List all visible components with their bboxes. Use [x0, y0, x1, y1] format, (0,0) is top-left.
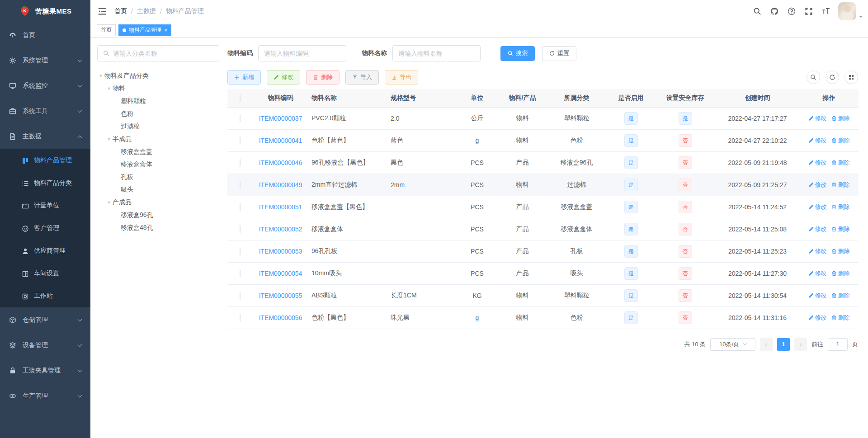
next-page-button[interactable]: ›: [794, 338, 807, 351]
page-size-select[interactable]: 10条/页: [710, 338, 755, 351]
sidebar-subitem-6[interactable]: 工作站: [0, 285, 90, 307]
tree-node-孔板[interactable]: 孔板: [97, 171, 219, 184]
row-delete-link[interactable]: 删除: [831, 114, 850, 122]
row-checkbox[interactable]: [240, 292, 241, 300]
row-edit-link[interactable]: 修改: [808, 314, 827, 322]
row-edit-link[interactable]: 修改: [808, 269, 827, 278]
material-code-link[interactable]: ITEM00000052: [259, 226, 302, 233]
close-icon[interactable]: ×: [164, 28, 167, 33]
reset-button[interactable]: 重置: [542, 46, 576, 61]
prev-page-button[interactable]: ‹: [760, 338, 773, 351]
app-logo[interactable]: K 苦糖果MES: [0, 0, 90, 23]
tree-node-移液盒48孔[interactable]: 移液盒48孔: [97, 221, 219, 234]
search-icon[interactable]: [749, 0, 766, 23]
tree-node-吸头[interactable]: 吸头: [97, 184, 219, 196]
tree-node-过滤棉[interactable]: 过滤棉: [97, 120, 219, 133]
caret-down-icon[interactable]: ▼: [97, 74, 104, 78]
edit-button[interactable]: 修改: [267, 70, 300, 85]
row-checkbox[interactable]: [240, 314, 241, 322]
tree-node-移液盒盒体[interactable]: 移液盒盒体: [97, 158, 219, 171]
material-code-link[interactable]: ITEM00000054: [259, 270, 302, 277]
row-checkbox[interactable]: [240, 181, 241, 189]
row-edit-link[interactable]: 修改: [808, 292, 827, 300]
row-edit-link[interactable]: 修改: [808, 247, 827, 255]
material-name-input[interactable]: [392, 45, 481, 61]
row-delete-link[interactable]: 删除: [831, 292, 850, 300]
material-code-link[interactable]: ITEM00000041: [259, 137, 302, 144]
sidebar-toggle-icon[interactable]: [97, 6, 107, 16]
row-checkbox[interactable]: [240, 269, 241, 278]
material-code-input[interactable]: [258, 45, 346, 61]
tree-search-input[interactable]: [113, 50, 213, 57]
caret-down-icon[interactable]: ▼: [105, 137, 113, 141]
row-delete-link[interactable]: 删除: [831, 314, 850, 322]
show-search-toggle-icon[interactable]: [807, 71, 820, 84]
row-edit-link[interactable]: 修改: [808, 181, 827, 189]
sidebar-subitem-2[interactable]: 计量单位: [0, 194, 90, 217]
caret-down-icon[interactable]: ▼: [105, 86, 113, 91]
row-checkbox[interactable]: [240, 203, 241, 211]
sidebar-subitem-4[interactable]: 供应商管理: [0, 240, 90, 262]
add-button[interactable]: 新增: [227, 70, 261, 85]
github-icon[interactable]: [766, 0, 783, 23]
material-code-link[interactable]: ITEM00000055: [259, 292, 302, 299]
material-code-link[interactable]: ITEM00000046: [259, 159, 302, 166]
sidebar-subitem-1[interactable]: 物料产品分类: [0, 172, 90, 194]
sidebar-item-2[interactable]: 系统监控: [0, 73, 90, 99]
tree-node-移液盒盒盖[interactable]: 移液盒盒盖: [97, 146, 219, 158]
goto-page-input[interactable]: [828, 338, 848, 351]
row-checkbox[interactable]: [240, 225, 241, 233]
tree-node-半成品[interactable]: ▼半成品: [97, 133, 219, 146]
row-edit-link[interactable]: 修改: [808, 225, 827, 233]
caret-down-icon[interactable]: [859, 16, 863, 19]
row-delete-link[interactable]: 删除: [831, 203, 850, 211]
material-code-link[interactable]: ITEM00000037: [259, 115, 302, 122]
row-checkbox[interactable]: [240, 159, 241, 167]
material-code-link[interactable]: ITEM00000049: [259, 181, 302, 188]
sidebar-item-3[interactable]: 系统工具: [0, 99, 90, 124]
fullscreen-icon[interactable]: [800, 0, 817, 23]
select-all-checkbox[interactable]: [240, 94, 241, 102]
row-delete-link[interactable]: 删除: [831, 181, 850, 189]
tab-首页[interactable]: 首页: [97, 24, 116, 36]
row-delete-link[interactable]: 删除: [831, 137, 850, 145]
sidebar-item-8[interactable]: 生产管理: [0, 383, 90, 409]
help-icon[interactable]: [783, 0, 800, 23]
avatar[interactable]: [838, 2, 856, 20]
user-menu[interactable]: [838, 2, 863, 20]
tree-node-物料及产品分类[interactable]: ▼物料及产品分类: [97, 70, 219, 82]
sidebar-subitem-0[interactable]: 物料产品管理: [0, 149, 90, 172]
row-delete-link[interactable]: 删除: [831, 247, 850, 255]
material-code-link[interactable]: ITEM00000051: [259, 203, 302, 211]
row-checkbox[interactable]: [240, 114, 241, 122]
sidebar-item-7[interactable]: 工装夹具管理: [0, 358, 90, 383]
row-checkbox[interactable]: [240, 247, 241, 255]
tree-node-色粉[interactable]: 色粉: [97, 108, 219, 120]
sidebar-item-6[interactable]: 设备管理: [0, 333, 90, 358]
caret-down-icon[interactable]: ▼: [105, 200, 113, 205]
tab-物料产品管理[interactable]: 物料产品管理×: [118, 24, 171, 36]
row-delete-link[interactable]: 删除: [831, 159, 850, 167]
font-size-icon[interactable]: [817, 0, 835, 23]
current-page[interactable]: 1: [777, 338, 790, 351]
column-settings-icon[interactable]: [844, 71, 858, 84]
sidebar-subitem-3[interactable]: 客户管理: [0, 217, 90, 240]
sidebar-subitem-5[interactable]: 车间设置: [0, 262, 90, 285]
delete-button[interactable]: 删除: [306, 70, 340, 85]
sidebar-item-4[interactable]: 主数据: [0, 124, 90, 149]
tree-node-产成品[interactable]: ▼产成品: [97, 196, 219, 209]
tree-node-物料[interactable]: ▼物料: [97, 82, 219, 95]
row-delete-link[interactable]: 删除: [831, 225, 850, 233]
sidebar-item-5[interactable]: 仓储管理: [0, 307, 90, 333]
breadcrumb-item-0[interactable]: 首页: [114, 7, 127, 15]
row-edit-link[interactable]: 修改: [808, 159, 827, 167]
row-checkbox[interactable]: [240, 137, 241, 145]
refresh-table-icon[interactable]: [826, 71, 839, 84]
export-button[interactable]: 导出: [385, 70, 418, 85]
row-edit-link[interactable]: 修改: [808, 137, 827, 145]
tree-node-移液盒96孔[interactable]: 移液盒96孔: [97, 209, 219, 221]
sidebar-item-0[interactable]: 首页: [0, 23, 90, 48]
row-delete-link[interactable]: 删除: [831, 269, 850, 278]
material-code-link[interactable]: ITEM00000056: [259, 314, 302, 321]
tree-node-塑料颗粒[interactable]: 塑料颗粒: [97, 95, 219, 108]
